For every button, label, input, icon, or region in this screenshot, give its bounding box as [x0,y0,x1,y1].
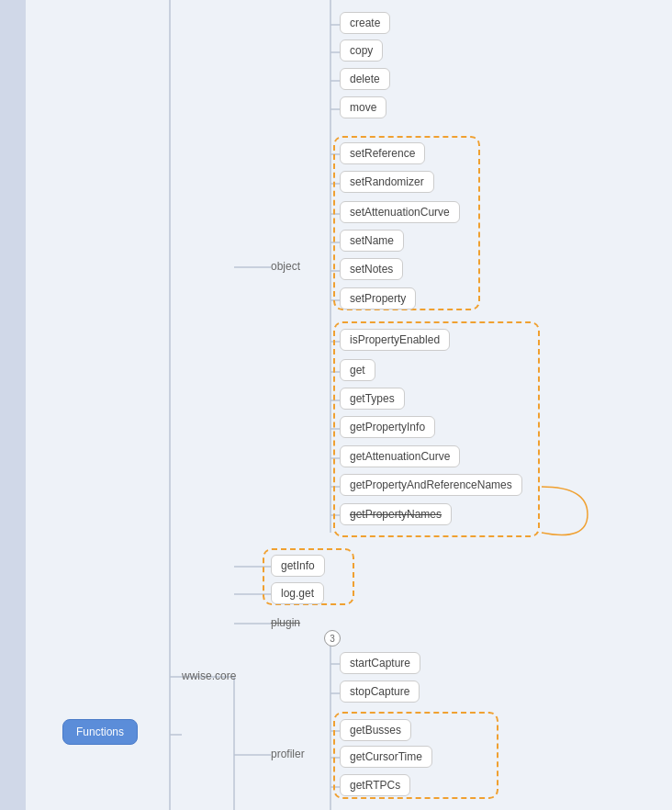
node-setNotes[interactable]: setNotes [340,258,403,280]
node-copy[interactable]: copy [340,39,383,62]
node-getInfo[interactable]: getInfo [271,555,325,577]
node-log-get[interactable]: log.get [271,582,324,604]
side-panel [0,0,26,810]
node-setProperty[interactable]: setProperty [340,287,416,309]
node-getPropertyAndReferenceNames[interactable]: getPropertyAndReferenceNames [340,474,522,496]
node-getAttenuationCurve[interactable]: getAttenuationCurve [340,445,460,467]
node-move[interactable]: move [340,96,386,118]
node-get[interactable]: get [340,359,375,381]
plugin-badge: 3 [324,630,341,647]
label-profiler: profiler [271,748,305,760]
node-startCapture[interactable]: startCapture [340,652,420,674]
node-stopCapture[interactable]: stopCapture [340,681,420,703]
node-getBusses[interactable]: getBusses [340,719,411,741]
label-object: object [271,260,300,273]
node-getPropertyNames[interactable]: getPropertyNames [340,503,452,525]
node-setAttenuationCurve[interactable]: setAttenuationCurve [340,201,460,223]
node-getRTPCs[interactable]: getRTPCs [340,774,410,796]
label-plugin: plugin [271,616,300,629]
node-getPropertyInfo[interactable]: getPropertyInfo [340,416,435,438]
label-wwise-core: wwise.core [182,669,236,682]
node-setReference[interactable]: setReference [340,142,425,164]
node-delete[interactable]: delete [340,68,390,90]
tree-lines [0,0,672,810]
node-setRandomizer[interactable]: setRandomizer [340,171,434,193]
node-create[interactable]: create [340,12,390,34]
node-getCursorTime[interactable]: getCursorTime [340,746,432,768]
node-functions[interactable]: Functions [62,719,138,745]
node-isPropertyEnabled[interactable]: isPropertyEnabled [340,329,450,351]
canvas: create copy delete move setReference set… [0,0,672,810]
node-setName[interactable]: setName [340,230,404,252]
node-getTypes[interactable]: getTypes [340,388,405,410]
